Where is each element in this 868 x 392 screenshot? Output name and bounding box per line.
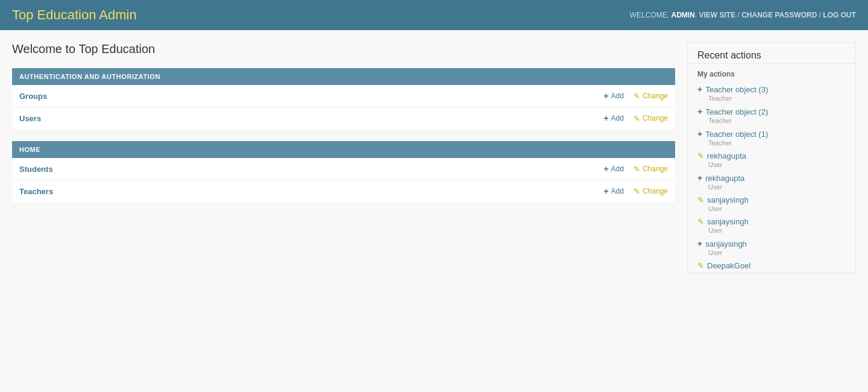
action-item-name[interactable]: Teacher object (1) [705,130,768,139]
teachers-add-label: Add [611,187,624,195]
action-item-row: ✎rekhagupta [697,151,846,160]
home-section-header: Home [12,141,675,158]
teachers-actions: + Add ✎ Change [603,186,668,196]
action-item-row: ✎sanjaysingh [697,217,846,226]
groups-actions: + Add ✎ Change [603,91,668,101]
groups-link[interactable]: Groups [19,92,603,101]
view-site-link[interactable]: VIEW SITE [699,11,735,19]
main-content: Welcome to Top Education Authentication … [12,42,675,273]
action-items-container: +Teacher object (3)Teacher+Teacher objec… [688,82,855,273]
add-icon: + [697,129,702,139]
change-icon: ✎ [634,165,640,174]
action-item: ✎DeepakGoel [688,259,855,273]
add-icon: + [697,84,702,94]
action-item-type: Teacher [697,95,846,102]
action-item-type: User [697,249,846,256]
users-add-link[interactable]: + Add [603,113,624,123]
change-icon: ✎ [697,261,704,270]
teachers-add-link[interactable]: + Add [603,186,624,196]
teachers-change-link[interactable]: ✎ Change [634,186,668,196]
students-add-link[interactable]: + Add [603,164,624,174]
users-change-link[interactable]: ✎ Change [634,113,668,123]
page-heading: Welcome to Top Education [12,42,675,56]
add-icon: + [603,186,608,196]
change-icon: ✎ [634,92,640,101]
recent-actions-title: Recent actions [688,43,855,64]
add-icon: + [697,173,702,183]
action-item-row: ✎sanjaysingh [697,195,846,204]
change-password-link[interactable]: CHANGE PASSWORD [741,11,817,19]
users-add-label: Add [611,114,624,122]
action-item-name[interactable]: Teacher object (2) [705,107,768,116]
username: ADMIN [671,11,694,19]
add-icon: + [603,91,608,101]
site-title[interactable]: Top Education Admin [12,7,137,23]
users-change-label: Change [643,114,668,122]
action-item: +sanjaysinghUser [688,236,855,259]
users-row: Users + Add ✎ Change [12,107,675,129]
groups-change-link[interactable]: ✎ Change [634,91,668,101]
groups-add-label: Add [611,92,624,100]
action-item-row: +Teacher object (1) [697,129,846,139]
students-link[interactable]: Students [19,165,603,174]
groups-row: Groups + Add ✎ Change [12,85,675,107]
students-change-link[interactable]: ✎ Change [634,164,668,174]
change-icon: ✎ [634,187,640,196]
teachers-link[interactable]: Teachers [19,187,603,196]
action-item-row: +Teacher object (3) [697,84,846,94]
teachers-row: Teachers + Add ✎ Change [12,180,675,202]
action-item: +rekhaguptaUser [688,171,855,193]
action-item: ✎rekhaguptaUser [688,149,855,171]
action-item: +Teacher object (2)Teacher [688,104,855,127]
action-item-row: ✎DeepakGoel [697,261,846,270]
users-actions: + Add ✎ Change [603,113,668,123]
students-add-label: Add [611,165,624,173]
add-icon: + [697,239,702,248]
action-item-type: Teacher [697,117,846,124]
students-change-label: Change [643,165,668,173]
action-item-name[interactable]: rekhagupta [705,174,744,183]
home-section: Home Students + Add ✎ Change Tea [12,141,675,202]
action-item: +Teacher object (3)Teacher [688,82,855,104]
add-icon: + [603,113,608,123]
action-item-type: User [697,205,846,212]
action-item-type: Teacher [697,139,846,147]
action-item-name[interactable]: sanjaysingh [707,217,749,226]
action-item: ✎sanjaysinghUser [688,193,855,215]
logout-link[interactable]: LOG OUT [823,11,856,19]
action-item-row: +sanjaysingh [697,239,846,248]
action-item-name[interactable]: Teacher object (3) [705,85,768,94]
action-item: +Teacher object (1)Teacher [688,127,855,149]
action-item-name[interactable]: sanjaysingh [707,195,749,204]
action-item-name[interactable]: rekhagupta [707,151,746,160]
students-actions: + Add ✎ Change [603,164,668,174]
action-item: ✎sanjaysinghUser [688,215,855,236]
action-item-type: User [697,161,846,168]
recent-actions-box: Recent actions My actions +Teacher objec… [687,42,856,273]
auth-section-header: Authentication and Authorization [12,68,675,85]
action-item-type: User [697,183,846,191]
add-icon: + [697,107,702,116]
users-link[interactable]: Users [19,114,603,123]
teachers-change-label: Change [643,187,668,195]
students-row: Students + Add ✎ Change [12,158,675,180]
user-tools: WELCOME, ADMIN. VIEW SITE / CHANGE PASSW… [630,11,856,19]
action-item-row: +Teacher object (2) [697,107,846,116]
header: Top Education Admin WELCOME, ADMIN. VIEW… [0,0,868,30]
action-item-type: User [697,227,846,234]
my-actions-label: My actions [688,64,855,82]
change-icon: ✎ [634,114,640,123]
groups-change-label: Change [643,92,668,100]
change-icon: ✎ [697,195,704,204]
action-item-name[interactable]: sanjaysingh [705,239,747,248]
action-item-name[interactable]: DeepakGoel [707,261,750,270]
welcome-text: WELCOME, [630,11,669,19]
action-item-row: +rekhagupta [697,173,846,183]
change-icon: ✎ [697,151,704,160]
groups-add-link[interactable]: + Add [603,91,624,101]
change-icon: ✎ [697,217,704,226]
sidebar: Recent actions My actions +Teacher objec… [687,42,856,273]
auth-section: Authentication and Authorization Groups … [12,68,675,129]
add-icon: + [603,164,608,174]
